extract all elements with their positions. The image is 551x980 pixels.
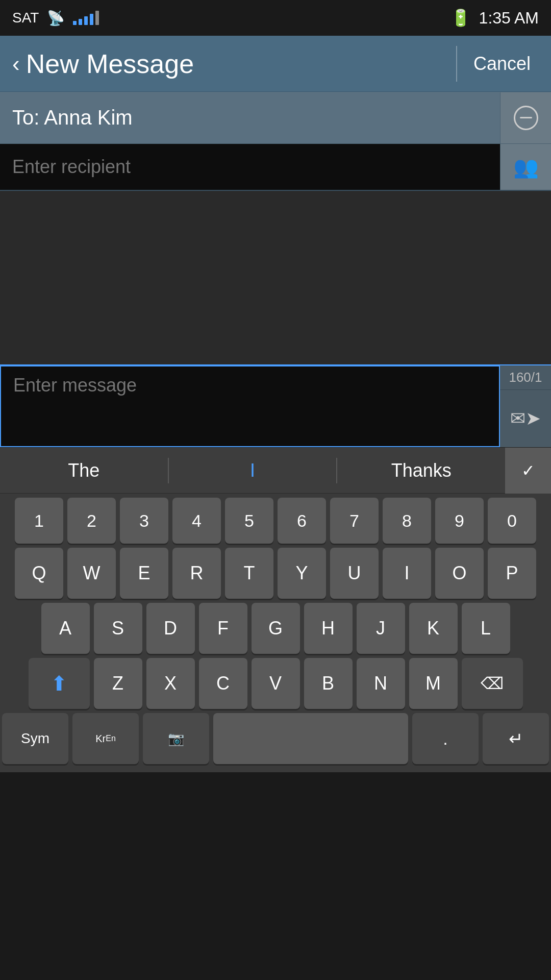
key-c[interactable]: C: [199, 658, 247, 709]
key-n[interactable]: N: [357, 658, 405, 709]
key-0[interactable]: 0: [488, 498, 536, 544]
bar1: [73, 21, 77, 25]
key-k[interactable]: K: [409, 603, 458, 654]
key-8[interactable]: 8: [383, 498, 431, 544]
key-9[interactable]: 9: [435, 498, 484, 544]
time-label: 1:35 AM: [479, 9, 539, 28]
contacts-icon: 👥: [513, 155, 539, 179]
key-m[interactable]: M: [409, 658, 458, 709]
autocomplete-bar: The I Thanks ✓: [0, 448, 551, 494]
cancel-divider: [456, 46, 457, 82]
period-button[interactable]: .: [412, 713, 479, 764]
key-t[interactable]: T: [225, 548, 273, 599]
key-p[interactable]: P: [488, 548, 536, 599]
lang-button[interactable]: KrEn: [72, 713, 139, 764]
bar3: [84, 16, 88, 25]
autocomplete-word-3[interactable]: Thanks: [337, 460, 505, 481]
send-icon: ✉➤: [510, 408, 541, 429]
autocomplete-word-2[interactable]: I: [169, 460, 337, 481]
status-left: SAT 📡: [12, 10, 99, 27]
key-r[interactable]: R: [172, 548, 221, 599]
key-d[interactable]: D: [146, 603, 195, 654]
key-l[interactable]: L: [462, 603, 510, 654]
bar2: [79, 19, 82, 25]
keyboard: 1 2 3 4 5 6 7 8 9 0 Q W E R T Y U I O P …: [0, 494, 551, 772]
minus-circle-icon: [514, 106, 538, 130]
send-button[interactable]: ✉➤: [500, 390, 551, 447]
key-y[interactable]: Y: [278, 548, 326, 599]
enter-button[interactable]: ↵: [483, 713, 549, 764]
to-section: To: Anna Kim: [0, 92, 551, 144]
key-6[interactable]: 6: [278, 498, 326, 544]
cancel-button[interactable]: Cancel: [465, 49, 539, 79]
key-s[interactable]: S: [94, 603, 142, 654]
message-row: 160/1 ✉➤: [0, 364, 551, 448]
autocomplete-word-1[interactable]: The: [0, 460, 168, 481]
key-x[interactable]: X: [146, 658, 195, 709]
key-i[interactable]: I: [383, 548, 431, 599]
back-button[interactable]: ‹: [12, 51, 20, 77]
key-a[interactable]: A: [41, 603, 90, 654]
key-j[interactable]: J: [357, 603, 405, 654]
key-u[interactable]: U: [330, 548, 379, 599]
key-q[interactable]: Q: [15, 548, 63, 599]
chevron-down-icon: ✓: [521, 461, 535, 480]
contacts-button[interactable]: 👥: [500, 144, 551, 190]
bar4: [90, 14, 93, 25]
number-row: 1 2 3 4 5 6 7 8 9 0: [2, 498, 549, 544]
space-button[interactable]: [213, 713, 408, 764]
app-bar-left: ‹ New Message: [12, 48, 194, 79]
bar5: [95, 11, 99, 25]
message-input[interactable]: [0, 365, 500, 447]
battery-icon: 🔋: [450, 8, 471, 28]
key-g[interactable]: G: [252, 603, 300, 654]
recipient-input[interactable]: [0, 144, 500, 190]
shift-button[interactable]: ⬆: [29, 658, 90, 709]
key-b[interactable]: B: [304, 658, 353, 709]
key-2[interactable]: 2: [67, 498, 116, 544]
key-5[interactable]: 5: [225, 498, 273, 544]
sym-button[interactable]: Sym: [2, 713, 68, 764]
status-bar: SAT 📡 🔋 1:35 AM: [0, 0, 551, 36]
key-1[interactable]: 1: [15, 498, 63, 544]
asdf-row: A S D F G H J K L: [2, 603, 549, 654]
zxcv-row: ⬆ Z X C V B N M ⌫: [2, 658, 549, 709]
page-title: New Message: [26, 48, 194, 79]
recipient-row: 👥: [0, 144, 551, 191]
key-w[interactable]: W: [67, 548, 116, 599]
minus-line: [520, 117, 532, 118]
signal-bars: [73, 11, 99, 25]
status-right: 🔋 1:35 AM: [450, 8, 539, 28]
message-side: 160/1 ✉➤: [500, 365, 551, 447]
qwerty-row: Q W E R T Y U I O P: [2, 548, 549, 599]
key-f[interactable]: F: [199, 603, 247, 654]
key-3[interactable]: 3: [120, 498, 168, 544]
to-label: To: Anna Kim: [0, 92, 500, 143]
key-z[interactable]: Z: [94, 658, 142, 709]
key-v[interactable]: V: [252, 658, 300, 709]
key-4[interactable]: 4: [172, 498, 221, 544]
key-o[interactable]: O: [435, 548, 484, 599]
bottom-row: Sym KrEn 📷 . ↵: [2, 713, 549, 764]
emoji-button[interactable]: 📷: [143, 713, 209, 764]
key-h[interactable]: H: [304, 603, 353, 654]
key-7[interactable]: 7: [330, 498, 379, 544]
key-e[interactable]: E: [120, 548, 168, 599]
body-area: [0, 191, 551, 364]
carrier-label: SAT: [12, 10, 39, 26]
autocomplete-expand-button[interactable]: ✓: [505, 448, 551, 494]
backspace-button[interactable]: ⌫: [462, 658, 523, 709]
remove-recipient-button[interactable]: [500, 92, 551, 143]
char-count: 160/1: [500, 365, 551, 390]
app-bar: ‹ New Message Cancel: [0, 36, 551, 92]
satellite-icon: 📡: [47, 10, 65, 27]
